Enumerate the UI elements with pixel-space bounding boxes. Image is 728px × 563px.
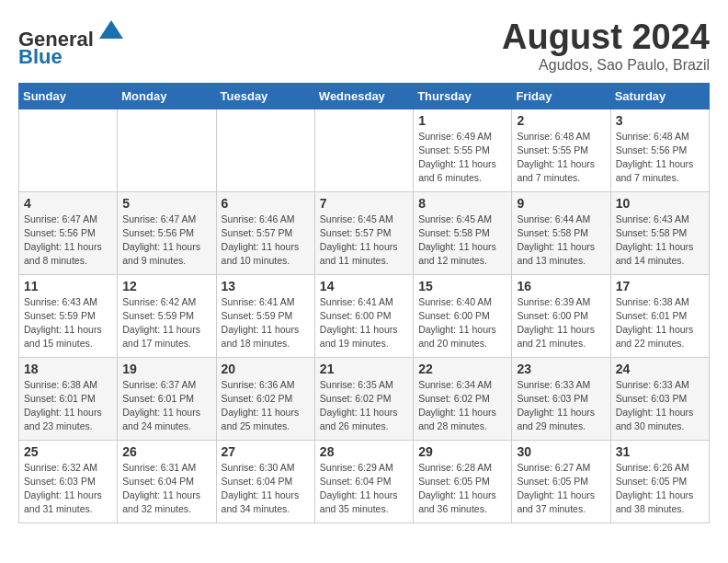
day-number: 18	[24, 362, 112, 376]
day-detail: Sunrise: 6:30 AM Sunset: 6:04 PM Dayligh…	[222, 461, 310, 517]
day-cell	[118, 109, 216, 191]
day-cell: 30Sunrise: 6:27 AM Sunset: 6:05 PM Dayli…	[512, 440, 610, 523]
day-detail: Sunrise: 6:42 AM Sunset: 5:59 PM Dayligh…	[122, 295, 210, 351]
day-cell: 19Sunrise: 6:37 AM Sunset: 6:01 PM Dayli…	[118, 357, 216, 440]
day-number: 16	[517, 279, 605, 293]
day-detail: Sunrise: 6:41 AM Sunset: 6:00 PM Dayligh…	[320, 295, 408, 351]
weekday-header-sunday: Sunday	[19, 83, 118, 109]
day-cell: 17Sunrise: 6:38 AM Sunset: 6:01 PM Dayli…	[610, 274, 709, 357]
day-detail: Sunrise: 6:45 AM Sunset: 5:58 PM Dayligh…	[418, 213, 506, 269]
weekday-header-tuesday: Tuesday	[216, 83, 314, 109]
day-detail: Sunrise: 6:28 AM Sunset: 6:05 PM Dayligh…	[418, 461, 506, 517]
day-cell	[19, 109, 118, 191]
week-row-1: 1Sunrise: 6:49 AM Sunset: 5:55 PM Daylig…	[19, 109, 710, 191]
day-number: 11	[24, 279, 112, 293]
day-cell: 8Sunrise: 6:45 AM Sunset: 5:58 PM Daylig…	[414, 191, 512, 274]
day-cell: 22Sunrise: 6:34 AM Sunset: 6:02 PM Dayli…	[414, 357, 512, 440]
day-number: 9	[517, 196, 605, 211]
logo-icon	[97, 18, 125, 46]
day-detail: Sunrise: 6:32 AM Sunset: 6:03 PM Dayligh…	[24, 461, 112, 517]
day-detail: Sunrise: 6:43 AM Sunset: 5:59 PM Dayligh…	[24, 295, 112, 351]
svg-marker-0	[99, 20, 123, 39]
week-row-4: 18Sunrise: 6:38 AM Sunset: 6:01 PM Dayli…	[19, 357, 710, 440]
day-detail: Sunrise: 6:48 AM Sunset: 5:56 PM Dayligh…	[616, 130, 704, 186]
day-number: 31	[616, 444, 704, 459]
day-number: 3	[616, 113, 704, 128]
week-row-3: 11Sunrise: 6:43 AM Sunset: 5:59 PM Dayli…	[19, 274, 710, 357]
day-number: 27	[222, 444, 310, 459]
day-number: 2	[517, 113, 605, 128]
day-cell: 16Sunrise: 6:39 AM Sunset: 6:00 PM Dayli…	[512, 274, 610, 357]
day-cell: 10Sunrise: 6:43 AM Sunset: 5:58 PM Dayli…	[610, 191, 709, 274]
day-number: 28	[320, 444, 408, 459]
day-detail: Sunrise: 6:26 AM Sunset: 6:05 PM Dayligh…	[616, 461, 704, 517]
day-number: 15	[418, 279, 506, 293]
weekday-header-monday: Monday	[118, 83, 216, 109]
day-detail: Sunrise: 6:47 AM Sunset: 5:56 PM Dayligh…	[24, 213, 112, 269]
day-detail: Sunrise: 6:27 AM Sunset: 6:05 PM Dayligh…	[517, 461, 605, 517]
month-year: August 2024	[502, 18, 710, 57]
day-cell: 15Sunrise: 6:40 AM Sunset: 6:00 PM Dayli…	[414, 274, 512, 357]
day-cell	[314, 109, 413, 191]
day-detail: Sunrise: 6:49 AM Sunset: 5:55 PM Dayligh…	[418, 130, 506, 186]
day-number: 8	[418, 196, 506, 211]
weekday-header-row: SundayMondayTuesdayWednesdayThursdayFrid…	[19, 83, 710, 109]
day-cell: 12Sunrise: 6:42 AM Sunset: 5:59 PM Dayli…	[118, 274, 216, 357]
day-number: 30	[517, 444, 605, 459]
calendar-body: 1Sunrise: 6:49 AM Sunset: 5:55 PM Daylig…	[19, 109, 710, 523]
day-detail: Sunrise: 6:48 AM Sunset: 5:55 PM Dayligh…	[517, 130, 605, 186]
day-cell: 7Sunrise: 6:45 AM Sunset: 5:57 PM Daylig…	[314, 191, 413, 274]
day-cell: 28Sunrise: 6:29 AM Sunset: 6:04 PM Dayli…	[314, 440, 413, 523]
logo: General Blue	[18, 18, 125, 69]
day-number: 6	[222, 196, 310, 211]
day-detail: Sunrise: 6:44 AM Sunset: 5:58 PM Dayligh…	[517, 213, 605, 269]
day-cell: 1Sunrise: 6:49 AM Sunset: 5:55 PM Daylig…	[414, 109, 512, 191]
day-detail: Sunrise: 6:31 AM Sunset: 6:04 PM Dayligh…	[122, 461, 210, 517]
day-cell: 21Sunrise: 6:35 AM Sunset: 6:02 PM Dayli…	[314, 357, 413, 440]
day-detail: Sunrise: 6:41 AM Sunset: 5:59 PM Dayligh…	[222, 295, 310, 351]
day-cell: 5Sunrise: 6:47 AM Sunset: 5:56 PM Daylig…	[118, 191, 216, 274]
day-number: 17	[616, 279, 704, 293]
page-header: General Blue August 2024 Agudos, Sao Pau…	[18, 18, 710, 74]
day-detail: Sunrise: 6:33 AM Sunset: 6:03 PM Dayligh…	[517, 378, 605, 434]
day-cell: 14Sunrise: 6:41 AM Sunset: 6:00 PM Dayli…	[314, 274, 413, 357]
weekday-header-saturday: Saturday	[610, 83, 709, 109]
day-cell: 20Sunrise: 6:36 AM Sunset: 6:02 PM Dayli…	[216, 357, 314, 440]
day-detail: Sunrise: 6:37 AM Sunset: 6:01 PM Dayligh…	[122, 378, 210, 434]
day-cell: 27Sunrise: 6:30 AM Sunset: 6:04 PM Dayli…	[216, 440, 314, 523]
day-number: 26	[122, 444, 210, 459]
day-cell: 9Sunrise: 6:44 AM Sunset: 5:58 PM Daylig…	[512, 191, 610, 274]
weekday-header-friday: Friday	[512, 83, 610, 109]
day-detail: Sunrise: 6:46 AM Sunset: 5:57 PM Dayligh…	[222, 213, 310, 269]
day-cell: 25Sunrise: 6:32 AM Sunset: 6:03 PM Dayli…	[19, 440, 118, 523]
day-number: 21	[320, 362, 408, 376]
day-cell: 24Sunrise: 6:33 AM Sunset: 6:03 PM Dayli…	[610, 357, 709, 440]
day-detail: Sunrise: 6:34 AM Sunset: 6:02 PM Dayligh…	[418, 378, 506, 434]
day-cell: 26Sunrise: 6:31 AM Sunset: 6:04 PM Dayli…	[118, 440, 216, 523]
day-cell: 31Sunrise: 6:26 AM Sunset: 6:05 PM Dayli…	[610, 440, 709, 523]
day-detail: Sunrise: 6:36 AM Sunset: 6:02 PM Dayligh…	[222, 378, 310, 434]
day-detail: Sunrise: 6:47 AM Sunset: 5:56 PM Dayligh…	[122, 213, 210, 269]
weekday-header-thursday: Thursday	[414, 83, 512, 109]
day-number: 19	[122, 362, 210, 376]
day-detail: Sunrise: 6:39 AM Sunset: 6:00 PM Dayligh…	[517, 295, 605, 351]
calendar-table: SundayMondayTuesdayWednesdayThursdayFrid…	[18, 83, 710, 523]
day-cell: 3Sunrise: 6:48 AM Sunset: 5:56 PM Daylig…	[610, 109, 709, 191]
week-row-2: 4Sunrise: 6:47 AM Sunset: 5:56 PM Daylig…	[19, 191, 710, 274]
day-detail: Sunrise: 6:33 AM Sunset: 6:03 PM Dayligh…	[616, 378, 704, 434]
day-number: 5	[122, 196, 210, 211]
day-number: 22	[418, 362, 506, 376]
day-cell: 2Sunrise: 6:48 AM Sunset: 5:55 PM Daylig…	[512, 109, 610, 191]
day-detail: Sunrise: 6:38 AM Sunset: 6:01 PM Dayligh…	[24, 378, 112, 434]
day-detail: Sunrise: 6:45 AM Sunset: 5:57 PM Dayligh…	[320, 213, 408, 269]
day-cell: 29Sunrise: 6:28 AM Sunset: 6:05 PM Dayli…	[414, 440, 512, 523]
day-number: 1	[418, 113, 506, 128]
week-row-5: 25Sunrise: 6:32 AM Sunset: 6:03 PM Dayli…	[19, 440, 710, 523]
day-detail: Sunrise: 6:38 AM Sunset: 6:01 PM Dayligh…	[616, 295, 704, 351]
day-cell: 18Sunrise: 6:38 AM Sunset: 6:01 PM Dayli…	[19, 357, 118, 440]
day-number: 7	[320, 196, 408, 211]
day-cell	[216, 109, 314, 191]
day-cell: 13Sunrise: 6:41 AM Sunset: 5:59 PM Dayli…	[216, 274, 314, 357]
weekday-header-wednesday: Wednesday	[314, 83, 413, 109]
day-number: 12	[122, 279, 210, 293]
